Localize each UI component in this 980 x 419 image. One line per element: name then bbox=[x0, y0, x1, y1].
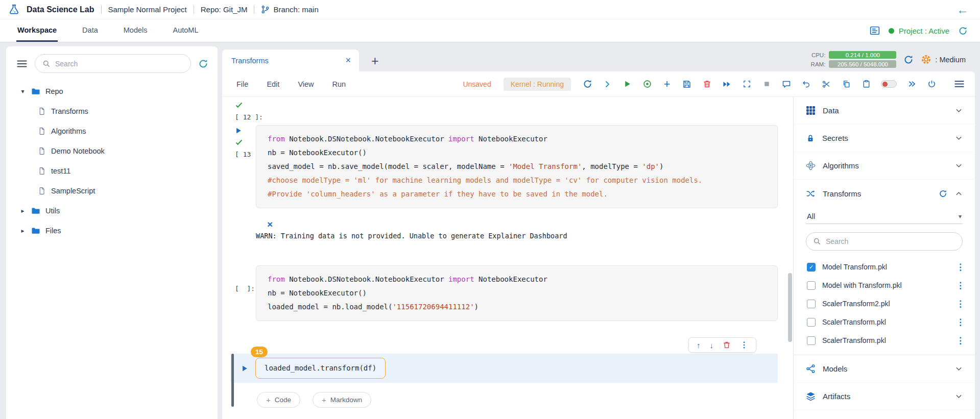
power-icon[interactable] bbox=[926, 79, 937, 90]
menu-view[interactable]: View bbox=[298, 80, 314, 88]
delete-cell-icon[interactable] bbox=[723, 341, 731, 349]
comments-icon[interactable] bbox=[781, 79, 792, 90]
nav-tab-automl[interactable]: AutoML bbox=[172, 19, 200, 42]
transform-item-model-transform-pkl[interactable]: ✓Model Transform.pkl⋮ bbox=[794, 258, 975, 276]
delete-icon[interactable] bbox=[702, 79, 712, 90]
nav-tab-workspace[interactable]: Workspace bbox=[16, 19, 58, 42]
sidebar-search[interactable] bbox=[35, 54, 191, 73]
tree-item-files[interactable]: ▸Files bbox=[6, 220, 218, 240]
kebab-menu-icon[interactable]: ⋮ bbox=[956, 263, 965, 272]
stop-icon[interactable] bbox=[761, 79, 772, 90]
menu-run[interactable]: Run bbox=[332, 80, 346, 88]
chevron-down-icon[interactable] bbox=[955, 107, 963, 114]
move-cell-up-icon[interactable]: ↑ bbox=[697, 341, 701, 349]
instance-size[interactable]: : Medium bbox=[921, 54, 966, 65]
console-icon[interactable] bbox=[870, 26, 880, 36]
checkbox[interactable] bbox=[807, 336, 816, 345]
notebook-scrollbar[interactable] bbox=[788, 273, 792, 342]
sidebar-hamburger-icon[interactable] bbox=[16, 58, 28, 69]
checkbox[interactable] bbox=[807, 318, 816, 327]
run-all-icon[interactable] bbox=[722, 79, 732, 90]
transforms-search-input[interactable] bbox=[826, 237, 955, 245]
section-models[interactable]: Models bbox=[794, 355, 975, 383]
kebab-menu-icon[interactable]: ⋮ bbox=[956, 336, 965, 345]
move-cell-down-icon[interactable]: ↓ bbox=[710, 341, 714, 349]
toggle-switch[interactable] bbox=[881, 79, 897, 90]
refresh-icon[interactable] bbox=[939, 189, 947, 198]
refresh-icon[interactable] bbox=[958, 26, 968, 36]
refresh-kernel-icon[interactable] bbox=[582, 79, 592, 90]
tree-item-demo-notebook[interactable]: Demo Notebook bbox=[6, 141, 218, 161]
tab-transforms[interactable]: Transforms × bbox=[222, 50, 359, 71]
clear-output-icon[interactable]: × bbox=[267, 219, 273, 229]
nav-tab-models[interactable]: Models bbox=[123, 19, 149, 42]
section-transforms[interactable]: Transforms bbox=[794, 180, 975, 207]
section-data[interactable]: Data bbox=[794, 97, 975, 125]
transform-item-model-with-transform-pkl[interactable]: Model with Transform.pkl⋮ bbox=[794, 276, 975, 294]
checkbox[interactable] bbox=[807, 281, 816, 290]
branch-indicator[interactable]: Branch: main bbox=[261, 5, 318, 14]
tree-item-algorithms[interactable]: Algorithms bbox=[6, 121, 218, 141]
caret-right-icon[interactable]: ▸ bbox=[19, 207, 26, 214]
section-secrets[interactable]: Secrets bbox=[794, 125, 975, 152]
record-icon[interactable] bbox=[642, 79, 652, 90]
cell-unexecuted[interactable]: [ ]: from Notebook.DSNotebook.NotebookEx… bbox=[222, 265, 793, 321]
tree-item-test11[interactable]: test11 bbox=[6, 161, 218, 181]
transform-item-scalertransform2-pkl[interactable]: ScalerTransform2.pkl⋮ bbox=[794, 294, 975, 313]
chevron-down-icon[interactable] bbox=[955, 392, 963, 400]
close-tab-icon[interactable]: × bbox=[345, 55, 351, 66]
kebab-menu-icon[interactable]: ⋮ bbox=[956, 318, 965, 327]
tree-item-samplescript[interactable]: SampleScript bbox=[6, 181, 218, 201]
add-cell-icon[interactable]: + bbox=[662, 79, 672, 90]
file-explorer-sidebar: ▾RepoTransformsAlgorithmsDemo Notebookte… bbox=[6, 46, 218, 419]
code-editor[interactable]: loaded_model.transform(df) bbox=[255, 358, 386, 379]
run-cell-icon[interactable] bbox=[235, 127, 242, 134]
cell-12[interactable]: [ 12 ]: bbox=[222, 99, 793, 121]
kebab-menu-icon[interactable]: ⋮ bbox=[956, 300, 965, 308]
nav-tab-data[interactable]: Data bbox=[81, 19, 99, 42]
save-icon[interactable] bbox=[682, 79, 692, 90]
fast-forward-icon[interactable] bbox=[906, 79, 917, 90]
transforms-filter-select[interactable]: All ▾ bbox=[806, 209, 963, 224]
refresh-icon[interactable] bbox=[903, 55, 914, 65]
menu-edit[interactable]: Edit bbox=[267, 80, 279, 88]
section-artifacts[interactable]: Artifacts bbox=[794, 383, 975, 410]
chevron-down-icon[interactable] bbox=[955, 365, 963, 373]
checkbox[interactable]: ✓ bbox=[807, 263, 816, 272]
add-code-cell-button[interactable]: +Code bbox=[257, 392, 300, 408]
caret-down-icon[interactable]: ▾ bbox=[19, 88, 26, 95]
chevron-down-icon[interactable] bbox=[955, 162, 963, 169]
run-cell-icon[interactable] bbox=[622, 79, 632, 90]
tree-item-repo[interactable]: ▾Repo bbox=[6, 81, 218, 101]
cell-13[interactable]: [ 13 ]: from Notebook.DSNotebook.Noteboo… bbox=[222, 125, 793, 208]
undo-icon[interactable] bbox=[801, 79, 811, 90]
tree-item-utils[interactable]: ▸Utils bbox=[6, 201, 218, 220]
code-editor[interactable]: from Notebook.DSNotebook.NotebookExecuto… bbox=[256, 125, 778, 208]
chevron-right-icon[interactable] bbox=[602, 79, 612, 90]
run-cell-icon[interactable] bbox=[241, 365, 248, 372]
chevron-up-icon[interactable] bbox=[955, 190, 963, 198]
section-algorithms[interactable]: Algorithms bbox=[794, 152, 975, 180]
new-tab-icon[interactable]: + bbox=[371, 55, 379, 67]
back-arrow-icon[interactable]: ← bbox=[957, 4, 969, 16]
caret-right-icon[interactable]: ▸ bbox=[19, 227, 26, 234]
copy-icon[interactable] bbox=[841, 79, 851, 90]
cell-menu-icon[interactable]: ⋮ bbox=[740, 341, 748, 349]
paste-icon[interactable] bbox=[861, 79, 871, 90]
toolbar-menu-icon[interactable] bbox=[954, 79, 965, 90]
menu-file[interactable]: File bbox=[236, 80, 248, 88]
transform-item-scalertransform-pkl[interactable]: ScalerTransform.pkl⋮ bbox=[794, 313, 975, 331]
code-editor[interactable]: from Notebook.DSNotebook.NotebookExecuto… bbox=[256, 265, 778, 321]
add-markdown-cell-button[interactable]: +Markdown bbox=[313, 392, 371, 408]
cell-15[interactable]: loaded_model.transform(df) bbox=[230, 354, 778, 383]
checkbox[interactable] bbox=[807, 300, 816, 308]
cut-icon[interactable] bbox=[821, 79, 831, 90]
refresh-icon[interactable] bbox=[198, 59, 208, 69]
tree-item-transforms[interactable]: Transforms bbox=[6, 101, 218, 121]
transforms-search[interactable] bbox=[806, 232, 963, 251]
transform-item-scalertransform-pkl[interactable]: ScalerTransform.pkl⋮ bbox=[794, 331, 975, 350]
chevron-down-icon[interactable] bbox=[955, 134, 963, 142]
kebab-menu-icon[interactable]: ⋮ bbox=[956, 281, 965, 290]
sidebar-search-input[interactable] bbox=[55, 60, 183, 68]
fullscreen-icon[interactable] bbox=[742, 79, 752, 90]
